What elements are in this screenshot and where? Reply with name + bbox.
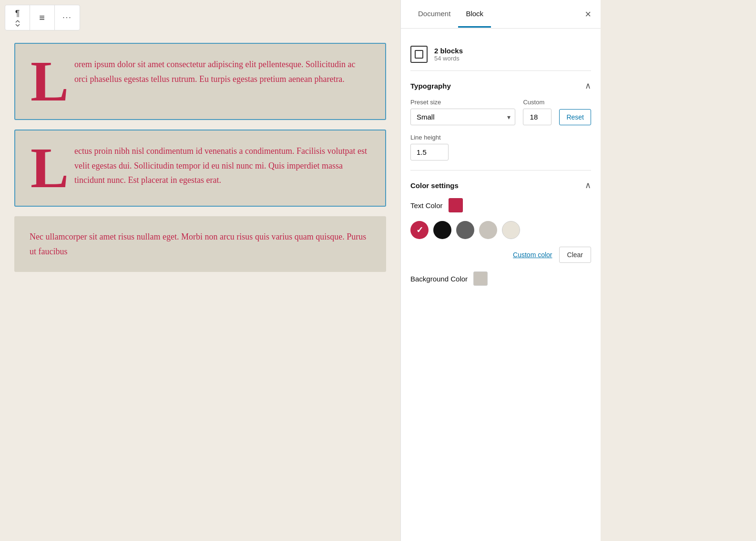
typography-toggle[interactable]: ∧: [585, 80, 591, 91]
sidebar-body: 2 blocks 54 words Typography ∧ Preset si…: [401, 29, 601, 305]
block-info: 2 blocks 54 words: [410, 38, 591, 71]
arrow-group: [15, 20, 20, 27]
typography-section: Typography ∧ Preset size Small Medium La…: [410, 71, 591, 170]
typography-header: Typography ∧: [410, 80, 591, 91]
more-icon: ···: [62, 13, 72, 22]
align-button[interactable]: ≡: [30, 5, 55, 30]
tab-document[interactable]: Document: [410, 1, 458, 28]
block-3[interactable]: Nec ullamcorper sit amet risus nullam eg…: [14, 216, 386, 272]
drop-cap-letter-2: L: [31, 144, 69, 192]
palette-color-dark-gray[interactable]: [456, 221, 474, 239]
sidebar-tabs: Document Block: [410, 1, 585, 27]
preset-select-wrap: Small Medium Large X-Large ▾: [410, 109, 515, 125]
close-button[interactable]: ×: [585, 9, 591, 20]
block-1-content: L orem ipsum dolor sit amet consectetur …: [31, 57, 370, 106]
word-count: 54 words: [434, 55, 463, 62]
custom-label: Custom: [523, 99, 552, 106]
paragraph-button[interactable]: ¶: [5, 5, 30, 30]
block-3-text: Nec ullamcorper sit amet risus nullam eg…: [30, 232, 366, 256]
line-height-section: Line height: [410, 134, 591, 160]
block-count: 2 blocks: [434, 47, 463, 55]
sidebar: Document Block × 2 blocks 54 words Typog…: [400, 0, 601, 541]
color-actions: Custom color Clear: [410, 247, 591, 263]
tab-block[interactable]: Block: [458, 1, 491, 28]
preset-size-select[interactable]: Small Medium Large X-Large: [410, 109, 515, 125]
palette-color-black[interactable]: [433, 221, 451, 239]
line-height-input[interactable]: [410, 144, 449, 160]
typography-title: Typography: [410, 82, 451, 90]
preset-custom-row: Preset size Small Medium Large X-Large ▾…: [410, 99, 591, 125]
palette-color-crimson[interactable]: [410, 221, 429, 239]
color-settings-toggle[interactable]: ∧: [585, 180, 591, 190]
text-color-swatch[interactable]: [449, 198, 463, 212]
line-height-label: Line height: [410, 134, 591, 141]
color-settings-section: Color settings ∧ Text Color Custom color…: [410, 170, 591, 295]
bg-color-swatch[interactable]: [473, 271, 488, 286]
block-2-text: ectus proin nibh nisl condimentum id ven…: [74, 144, 370, 188]
color-settings-title: Color settings: [410, 181, 459, 190]
color-settings-header: Color settings ∧: [410, 180, 591, 190]
custom-size-input[interactable]: [523, 109, 552, 125]
more-options-button[interactable]: ···: [55, 5, 80, 30]
bg-color-label: Background Color: [410, 275, 468, 283]
drop-cap-letter-1: L: [31, 57, 69, 106]
preset-size-label: Preset size: [410, 99, 515, 106]
custom-color-link[interactable]: Custom color: [513, 251, 552, 259]
block-2[interactable]: L ectus proin nibh nisl condimentum id v…: [14, 130, 386, 207]
block-meta: 2 blocks 54 words: [434, 47, 463, 62]
bg-color-row: Background Color: [410, 271, 591, 286]
reset-button[interactable]: Reset: [559, 109, 591, 125]
clear-button[interactable]: Clear: [559, 247, 591, 263]
color-palette: [410, 221, 591, 239]
text-color-label: Text Color: [410, 201, 443, 210]
block-icon: [410, 46, 428, 63]
block-icon-inner: [415, 50, 423, 59]
block-1-text: orem ipsum dolor sit amet consectetur ad…: [74, 57, 370, 86]
text-color-row: Text Color: [410, 198, 591, 212]
block-toolbar: ¶ ≡ ···: [5, 5, 80, 30]
content-area: L orem ipsum dolor sit amet consectetur …: [0, 0, 400, 541]
block-2-content: L ectus proin nibh nisl condimentum id v…: [31, 144, 370, 192]
palette-color-off-white[interactable]: [502, 221, 520, 239]
sidebar-header: Document Block ×: [401, 0, 601, 29]
paragraph-icon: ¶: [15, 9, 20, 19]
preset-group: Preset size Small Medium Large X-Large ▾: [410, 99, 515, 125]
custom-group: Custom: [523, 99, 552, 125]
block-1[interactable]: L orem ipsum dolor sit amet consectetur …: [14, 43, 386, 120]
align-icon: ≡: [39, 12, 45, 23]
palette-color-light-gray[interactable]: [479, 221, 497, 239]
